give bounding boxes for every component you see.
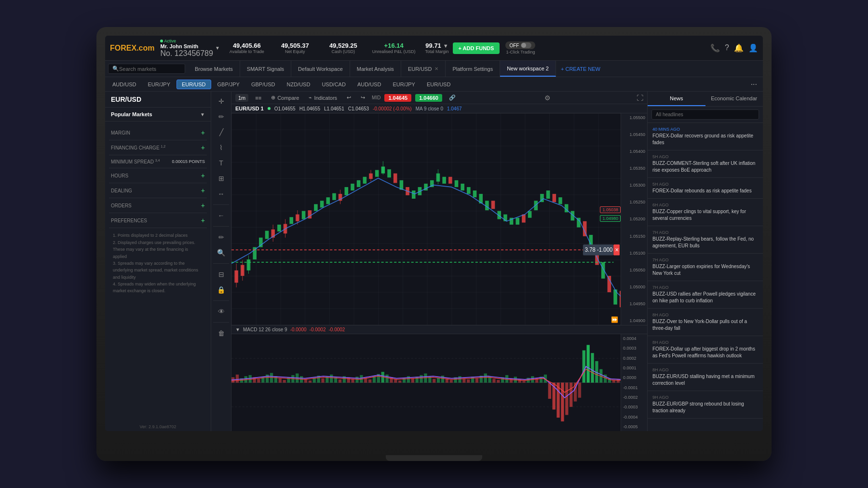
edit-tool[interactable]: ✏ [215,230,228,244]
tab-default-workspace[interactable]: Default Workspace [291,61,350,77]
svg-rect-46 [442,177,446,184]
chart-container: 1m ≡≡ ⊕ Compare ⌁ Indicators ↩ ↪ MID 1.0… [231,92,647,431]
more-instruments-button[interactable]: ··· [747,80,761,89]
link-button[interactable]: 🔗 [446,94,459,102]
orders-add[interactable]: + [201,202,205,209]
tab-new-workspace[interactable]: New workspace 2 [500,61,556,77]
indicators-button[interactable]: ⌁ Indicators [306,94,340,102]
inst-tab-audusd-1-label: AUD/USD [112,81,136,87]
hours-row: HOURS + [109,168,207,183]
inst-tab-eurjpy-2[interactable]: EUR/JPY [387,80,420,89]
candle-type-button[interactable]: ≡≡ [252,94,264,102]
pnl-stat: +16.14 Unrealised P&L (USD) [372,42,416,54]
back-tool[interactable]: ← [215,209,228,222]
phone-icon[interactable]: 📞 [710,43,720,53]
crosshair-tool[interactable]: ✛ [215,95,228,108]
inst-tab-eurusd[interactable]: EUR/USD [176,80,211,89]
inst-tab-gbpjpy[interactable]: GBP/JPY [212,80,245,89]
redo-button[interactable]: ↪ [358,94,368,102]
main-content: EUR/USD Popular Markets ▼ MARGIN + FINAN… [105,92,763,431]
chart-expand-handle[interactable]: ⏩ [611,316,618,323]
tab-eurusd[interactable]: EUR/USD ✕ [401,61,446,77]
chart-main[interactable]: 3.78 -1.000 ✕ 1.05500 1.05450 1.05400 1.… [231,113,647,325]
brush-tool[interactable]: ⌇ [215,141,228,154]
search-input[interactable] [119,66,177,72]
news-time-1: 5H AGO [652,154,758,159]
search-box[interactable]: 🔍 [108,64,185,74]
macd-level-0.0004: 0.0004 [623,336,645,341]
inst-tab-gbpusd[interactable]: GBP/USD [246,80,281,89]
buy-price-badge[interactable]: 1.04660 [415,94,442,102]
hours-add[interactable]: + [201,172,205,179]
news-item-6[interactable]: 7H AGO BUZZ-USD rallies after Powell ple… [648,281,763,309]
dealing-add[interactable]: + [201,187,205,194]
market-selector[interactable]: Popular Markets ▼ [105,108,211,122]
logo-domain: .com [136,44,154,52]
preferences-add[interactable]: + [201,217,205,224]
news-item-9[interactable]: 8H AGO BUZZ-EUR/USD stalling having met … [648,364,763,391]
chart-settings-button[interactable]: ⚙ [544,94,551,102]
financing-add[interactable]: + [201,144,205,151]
margin-add[interactable]: + [201,129,205,136]
net-equity-value: 49,505.37 [281,42,309,49]
inst-tab-eurusd-2[interactable]: EUR/USD [421,80,456,89]
one-click-toggle[interactable]: OFF 1-Click Trading [505,41,535,54]
shapes-tool[interactable]: ⊞ [215,172,228,185]
tab-browse-markets[interactable]: Browse Markets [188,61,240,77]
macd-level--0.0003: -0.0003 [623,405,645,409]
margin-label: Total Margin [425,49,449,54]
news-item-0[interactable]: 40 MINS AGO FOREX-Dollar recovers ground… [648,123,763,150]
news-item-3[interactable]: 6H AGO BUZZ-Copper clings to vital suppo… [648,199,763,226]
financing-row: FINANCING CHARGE 1,2 + [109,140,207,155]
tab-eurusd-close[interactable]: ✕ [434,66,438,71]
sell-price-badge[interactable]: 1.04645 [384,94,411,102]
svg-rect-34 [351,184,354,190]
help-icon[interactable]: ? [725,43,729,53]
tab-smart-signals[interactable]: SMART Signals [240,61,291,77]
svg-rect-36 [363,177,367,184]
compare-button[interactable]: ⊕ Compare [268,94,302,102]
account-dropdown[interactable]: ▼ [215,45,220,51]
chart-expand-button[interactable]: ⛶ [637,94,643,102]
news-tab-calendar[interactable]: Economic Calendar [705,92,763,106]
notifications-icon[interactable]: 🔔 [734,43,744,53]
measure-tool[interactable]: ↔ [215,187,228,201]
create-new-button[interactable]: + CREATE NEW [556,61,605,77]
svg-rect-26 [277,225,281,231]
text-tool[interactable]: T [215,156,228,170]
user-icon[interactable]: 👤 [748,43,758,53]
eye-tool[interactable]: 👁 [215,305,228,318]
news-item-4[interactable]: 7H AGO BUZZ-Replay-Sterling bears, follo… [648,226,763,254]
tab-market-analysis[interactable]: Market Analysis [350,61,401,77]
news-tab-news[interactable]: News [648,92,705,106]
timeframe-selector[interactable]: 1m [235,94,248,102]
footnote-1: 1. Points displayed to 2 decimal places [113,232,203,239]
news-item-5[interactable]: 7H AGO BUZZ-Larger option expiries for W… [648,254,763,281]
tab-platform-settings[interactable]: Platform Settings [446,61,500,77]
svg-rect-95 [274,376,277,382]
news-item-7[interactable]: 8H AGO BUZZ-Over to New York-Dollar pull… [648,309,763,336]
line-tool[interactable]: ╱ [215,125,228,139]
inst-tab-usdcad[interactable]: USD/CAD [316,80,351,89]
news-search-input[interactable] [651,109,759,120]
pen-tool[interactable]: ✏ [215,110,228,123]
news-item-8[interactable]: 8H AGO FOREX-Dollar up after biggest dro… [648,336,763,364]
layers-tool[interactable]: ⊟ [215,268,228,281]
net-equity-label: Net Equity [285,49,305,54]
news-title-4: BUZZ-Replay-Sterling bears, follow the F… [652,236,758,249]
add-funds-button[interactable]: + ADD FUNDS [453,42,500,54]
inst-tab-gbpjpy-label: GBP/JPY [217,81,240,87]
zoom-tool[interactable]: 🔍 [215,246,228,259]
news-item-10[interactable]: 9H AGO BUZZ-EUR/GBP strong rebound but l… [648,391,763,419]
macd-collapse[interactable]: ▼ [235,327,240,332]
inst-tab-audusd-1[interactable]: AUD/USD [107,80,142,89]
svg-rect-124 [398,380,401,382]
inst-tab-nzdusd[interactable]: NZD/USD [281,80,315,89]
delete-tool[interactable]: 🗑 [215,326,228,340]
inst-tab-audusd-2[interactable]: AUD/USD [352,80,387,89]
news-item-1[interactable]: 5H AGO BUZZ-COMMENT-Sterling soft after … [648,150,763,178]
inst-tab-eurjpy-1[interactable]: EUR/JPY [143,80,176,89]
undo-button[interactable]: ↩ [344,94,354,102]
lock-tool[interactable]: 🔒 [215,283,228,297]
news-item-2[interactable]: 5H AGO FOREX-Dollar rebounds as risk app… [648,178,763,199]
